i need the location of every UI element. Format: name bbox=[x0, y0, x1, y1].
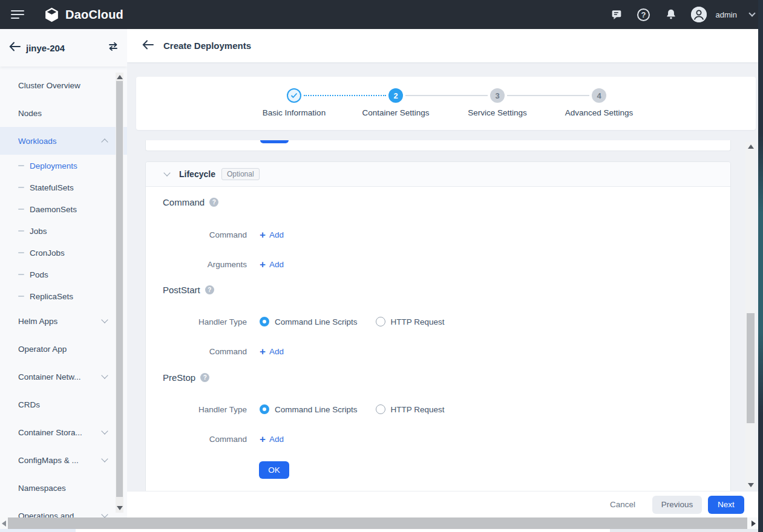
sidebar-item-cronjobs[interactable]: CronJobs bbox=[0, 242, 127, 264]
cancel-button[interactable]: Cancel bbox=[610, 500, 635, 509]
page-bottom-strip bbox=[0, 529, 758, 532]
sidebar-item-label: Container Netw... bbox=[18, 372, 81, 381]
sidebar-item-nodes[interactable]: Nodes bbox=[0, 99, 127, 127]
prestop-handler-row: Handler Type Command Line Scripts HTTP R… bbox=[146, 402, 463, 417]
sidebar-item-workloads[interactable]: Workloads bbox=[0, 127, 127, 155]
sidebar-scrollbar[interactable] bbox=[116, 73, 123, 513]
sidebar-item-statefulsets[interactable]: StatefulSets bbox=[0, 177, 127, 198]
add-prestop-command-button[interactable]: + Add bbox=[260, 434, 284, 444]
previous-section-card bbox=[145, 140, 731, 151]
next-button[interactable]: Next bbox=[708, 496, 744, 514]
sidebar-item-label: Deployments bbox=[30, 161, 77, 170]
radio-command-line-scripts[interactable] bbox=[260, 317, 269, 326]
message-icon[interactable] bbox=[609, 7, 624, 22]
ok-button[interactable]: OK bbox=[259, 461, 289, 479]
step-label: Service Settings bbox=[449, 108, 546, 117]
sidebar-item-container-stora[interactable]: Container Stora... bbox=[0, 418, 127, 446]
page-header: Create Deployments bbox=[127, 29, 758, 62]
chevron-down-icon bbox=[101, 455, 108, 462]
previous-button[interactable]: Previous bbox=[652, 496, 702, 514]
sidebar-item-configmaps[interactable]: ConfigMaps & ... bbox=[0, 446, 127, 474]
page-vertical-scrollbar[interactable] bbox=[758, 0, 763, 532]
sidebar-item-replicasets[interactable]: ReplicaSets bbox=[0, 285, 127, 307]
scroll-up-icon[interactable] bbox=[117, 75, 123, 79]
step-circle-3: 3 bbox=[490, 88, 505, 103]
sidebar-item-pods[interactable]: Pods bbox=[0, 264, 127, 285]
radio-label: HTTP Request bbox=[391, 405, 445, 414]
sidebar-item-container-netw[interactable]: Container Netw... bbox=[0, 363, 127, 391]
plus-icon: + bbox=[260, 230, 266, 240]
help-icon[interactable]: ? bbox=[209, 198, 218, 207]
sidebar-item-label: CronJobs bbox=[30, 248, 65, 258]
help-icon[interactable]: ? bbox=[637, 7, 651, 22]
radio-http-request[interactable] bbox=[376, 317, 385, 326]
check-icon bbox=[290, 92, 298, 99]
help-icon[interactable]: ? bbox=[205, 285, 214, 294]
dash-icon bbox=[18, 296, 24, 297]
dash-icon bbox=[18, 209, 24, 210]
sidebar-item-label: Helm Apps bbox=[18, 317, 57, 326]
plus-icon: + bbox=[260, 259, 266, 270]
sidebar-item-label: Pods bbox=[30, 270, 48, 279]
sidebar-item-operator-app[interactable]: Operator App bbox=[0, 335, 127, 363]
sidebar-item-daemonsets[interactable]: DaemonSets bbox=[0, 198, 127, 220]
scrollbar-thumb[interactable] bbox=[8, 517, 747, 529]
app-header: DaoCloud ? admin bbox=[0, 0, 763, 29]
step-label: Container Settings bbox=[347, 108, 444, 117]
radio-http-request[interactable] bbox=[376, 404, 385, 414]
command-row: Command + Add bbox=[146, 227, 284, 242]
add-poststart-command-button[interactable]: + Add bbox=[260, 346, 284, 357]
user-avatar[interactable] bbox=[691, 7, 707, 22]
username-label: admin bbox=[716, 10, 737, 19]
scrollbar-thumb[interactable] bbox=[747, 313, 755, 423]
step-connector bbox=[405, 95, 488, 96]
plus-icon: + bbox=[260, 346, 266, 357]
section-title: Lifecycle bbox=[179, 169, 215, 179]
chevron-down-icon[interactable] bbox=[748, 10, 755, 16]
add-arguments-button[interactable]: + Add bbox=[260, 259, 284, 270]
sidebar-item-label: DaemonSets bbox=[30, 205, 77, 214]
hamburger-menu-icon[interactable] bbox=[11, 8, 24, 21]
radio-command-line-scripts[interactable] bbox=[260, 404, 269, 414]
scroll-down-icon[interactable] bbox=[117, 506, 123, 510]
poststart-command-row: Command + Add bbox=[146, 344, 284, 358]
sidebar-item-namespaces[interactable]: Namespaces bbox=[0, 474, 127, 502]
prestop-heading: PreStop ? bbox=[163, 372, 209, 383]
scroll-right-icon[interactable] bbox=[752, 521, 756, 527]
dash-icon bbox=[18, 252, 24, 253]
scroll-down-icon[interactable] bbox=[748, 483, 754, 487]
poststart-heading: PostStart ? bbox=[163, 285, 214, 295]
sidebar-item-label: Workloads bbox=[18, 137, 57, 146]
poststart-handler-row: Handler Type Command Line Scripts HTTP R… bbox=[146, 314, 463, 329]
content-scrollbar[interactable] bbox=[745, 142, 756, 490]
sidebar-item-label: CRDs bbox=[18, 400, 40, 409]
field-label: Command bbox=[146, 435, 247, 444]
sidebar-item-deployments[interactable]: Deployments bbox=[0, 155, 127, 177]
sidebar-item-crds[interactable]: CRDs bbox=[0, 391, 127, 418]
chevron-up-icon bbox=[101, 138, 108, 145]
radio-label: Command Line Scripts bbox=[275, 405, 358, 414]
lifecycle-section-header[interactable]: Lifecycle Optional bbox=[146, 162, 730, 187]
chevron-down-icon bbox=[101, 372, 108, 378]
help-icon[interactable]: ? bbox=[200, 373, 209, 382]
field-label: Arguments bbox=[146, 260, 247, 269]
sidebar-item-cluster-overview[interactable]: Cluster Overview bbox=[0, 71, 127, 99]
sidebar-item-jobs[interactable]: Jobs bbox=[0, 220, 127, 242]
back-arrow-icon[interactable] bbox=[9, 42, 21, 54]
add-command-button[interactable]: + Add bbox=[260, 230, 284, 240]
scroll-up-icon[interactable] bbox=[748, 144, 754, 149]
sidebar-item-helm-apps[interactable]: Helm Apps bbox=[0, 307, 127, 335]
step-label: Advanced Settings bbox=[551, 108, 647, 117]
sidebar-item-label: Cluster Overview bbox=[18, 81, 80, 90]
arguments-row: Arguments + Add bbox=[146, 257, 284, 271]
ok-button-partial[interactable] bbox=[260, 140, 289, 143]
back-arrow-icon[interactable] bbox=[142, 40, 154, 52]
scrollbar-thumb[interactable] bbox=[116, 81, 123, 497]
switch-cluster-icon[interactable] bbox=[108, 42, 119, 54]
scroll-left-icon[interactable] bbox=[2, 521, 6, 527]
brand-logo[interactable]: DaoCloud bbox=[44, 7, 123, 23]
horizontal-scrollbar[interactable] bbox=[0, 517, 758, 529]
field-label: Command bbox=[146, 230, 247, 239]
dash-icon bbox=[18, 187, 24, 188]
notification-bell-icon[interactable] bbox=[664, 7, 678, 22]
